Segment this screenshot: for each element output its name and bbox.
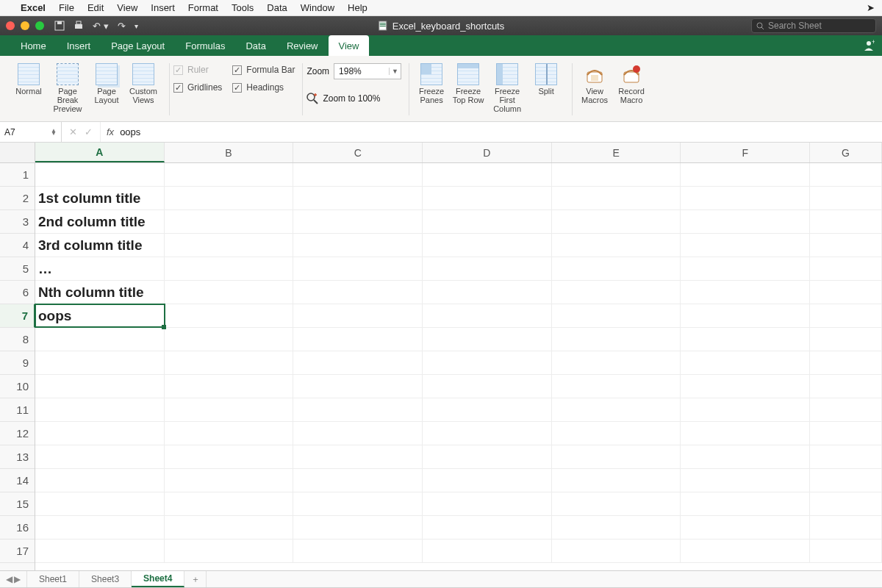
row-header-14[interactable]: 14 <box>0 469 35 492</box>
cell-D12[interactable] <box>423 422 552 445</box>
cell-G17[interactable] <box>810 539 882 562</box>
freeze-panes-button[interactable]: Freeze Panes <box>413 60 450 104</box>
cell-F13[interactable] <box>681 445 810 468</box>
location-icon[interactable]: ➤ <box>867 2 875 13</box>
column-header-C[interactable]: C <box>293 143 423 162</box>
cell-B11[interactable] <box>165 398 294 421</box>
row-header-9[interactable]: 9 <box>0 351 35 375</box>
cell-D4[interactable] <box>423 234 552 257</box>
normal-view-button[interactable]: Normal <box>10 60 47 96</box>
cell-F17[interactable] <box>681 539 810 562</box>
sheet-nav-next-icon[interactable]: ▶ <box>14 574 21 584</box>
cell-E11[interactable] <box>552 398 681 421</box>
menu-window[interactable]: Window <box>301 2 334 13</box>
cell-F11[interactable] <box>681 398 810 421</box>
cell-G14[interactable] <box>810 469 882 492</box>
qat-save-icon[interactable] <box>54 21 65 31</box>
row-header-16[interactable]: 16 <box>0 516 35 539</box>
cell-C3[interactable] <box>293 210 423 233</box>
cell-C10[interactable] <box>293 375 423 398</box>
record-macro-button[interactable]: Record Macro <box>613 60 650 104</box>
cell-C5[interactable] <box>293 257 423 280</box>
cell-E16[interactable] <box>552 516 681 539</box>
cell-G12[interactable] <box>810 422 882 445</box>
cell-G7[interactable] <box>810 304 882 327</box>
cell-G6[interactable] <box>810 281 882 304</box>
column-header-F[interactable]: F <box>681 143 810 162</box>
cell-A11[interactable] <box>35 398 165 421</box>
cell-D9[interactable] <box>423 351 552 374</box>
cell-A8[interactable] <box>35 328 165 351</box>
cell-B13[interactable] <box>165 445 294 468</box>
cell-D7[interactable] <box>423 304 552 327</box>
row-header-15[interactable]: 15 <box>0 492 35 516</box>
tab-page-layout[interactable]: Page Layout <box>101 35 175 56</box>
cell-D5[interactable] <box>423 257 552 280</box>
cell-G8[interactable] <box>810 328 882 351</box>
cell-G5[interactable] <box>810 257 882 280</box>
menu-help[interactable]: Help <box>348 2 368 13</box>
cell-A7[interactable]: oops <box>35 304 165 327</box>
cell-F7[interactable] <box>681 304 810 327</box>
cell-E3[interactable] <box>552 210 681 233</box>
cell-A6[interactable]: Nth column title <box>35 281 165 304</box>
formula-bar-checkbox[interactable]: ✓Formula Bar <box>232 65 295 75</box>
search-sheet-input[interactable]: Search Sheet <box>751 18 876 33</box>
row-header-8[interactable]: 8 <box>0 328 35 351</box>
cell-D1[interactable] <box>423 163 552 186</box>
cell-G16[interactable] <box>810 516 882 539</box>
tab-data[interactable]: Data <box>235 35 276 56</box>
cell-B15[interactable] <box>165 492 294 515</box>
column-header-E[interactable]: E <box>552 143 681 162</box>
row-header-5[interactable]: 5 <box>0 257 35 281</box>
column-header-G[interactable]: G <box>810 143 882 162</box>
cell-A17[interactable] <box>35 539 165 562</box>
formula-value[interactable]: oops <box>120 126 140 137</box>
cell-C2[interactable] <box>293 187 423 209</box>
cell-C14[interactable] <box>293 469 423 492</box>
cell-F6[interactable] <box>681 281 810 304</box>
cell-F4[interactable] <box>681 234 810 257</box>
cell-A2[interactable]: 1st column title <box>35 187 165 209</box>
cell-A14[interactable] <box>35 469 165 492</box>
cell-F12[interactable] <box>681 422 810 445</box>
zoom-100-button[interactable]: Zoom to 100% <box>306 85 380 104</box>
cell-D14[interactable] <box>423 469 552 492</box>
row-header-4[interactable]: 4 <box>0 234 35 257</box>
cell-C17[interactable] <box>293 539 423 562</box>
cell-C7[interactable] <box>293 304 423 327</box>
row-header-2[interactable]: 2 <box>0 187 35 210</box>
cell-B5[interactable] <box>165 257 294 280</box>
row-header-11[interactable]: 11 <box>0 398 35 422</box>
qat-print-icon[interactable] <box>74 21 84 31</box>
row-header-7[interactable]: 7 <box>0 304 35 328</box>
cell-G4[interactable] <box>810 234 882 257</box>
cell-F9[interactable] <box>681 351 810 374</box>
row-header-17[interactable]: 17 <box>0 539 35 563</box>
cell-G1[interactable] <box>810 163 882 186</box>
share-button[interactable]: + <box>856 35 882 56</box>
cell-B9[interactable] <box>165 351 294 374</box>
cell-C11[interactable] <box>293 398 423 421</box>
cell-D13[interactable] <box>423 445 552 468</box>
cell-A5[interactable]: … <box>35 257 165 280</box>
cell-A9[interactable] <box>35 351 165 374</box>
select-all-corner[interactable] <box>0 143 35 163</box>
sheet-nav-prev-icon[interactable]: ◀ <box>6 574 12 584</box>
cell-C1[interactable] <box>293 163 423 186</box>
cell-B12[interactable] <box>165 422 294 445</box>
menu-insert[interactable]: Insert <box>151 2 175 13</box>
cell-D10[interactable] <box>423 375 552 398</box>
cell-B1[interactable] <box>165 163 294 186</box>
cell-B16[interactable] <box>165 516 294 539</box>
menu-file[interactable]: File <box>59 2 74 13</box>
tab-formulas[interactable]: Formulas <box>175 35 235 56</box>
cell-B2[interactable] <box>165 187 294 209</box>
row-header-10[interactable]: 10 <box>0 375 35 398</box>
row-header-1[interactable]: 1 <box>0 163 35 187</box>
cell-A1[interactable] <box>35 163 165 186</box>
cell-A13[interactable] <box>35 445 165 468</box>
cell-D6[interactable] <box>423 281 552 304</box>
headings-checkbox[interactable]: ✓Headings <box>232 82 295 93</box>
column-header-B[interactable]: B <box>165 143 294 162</box>
